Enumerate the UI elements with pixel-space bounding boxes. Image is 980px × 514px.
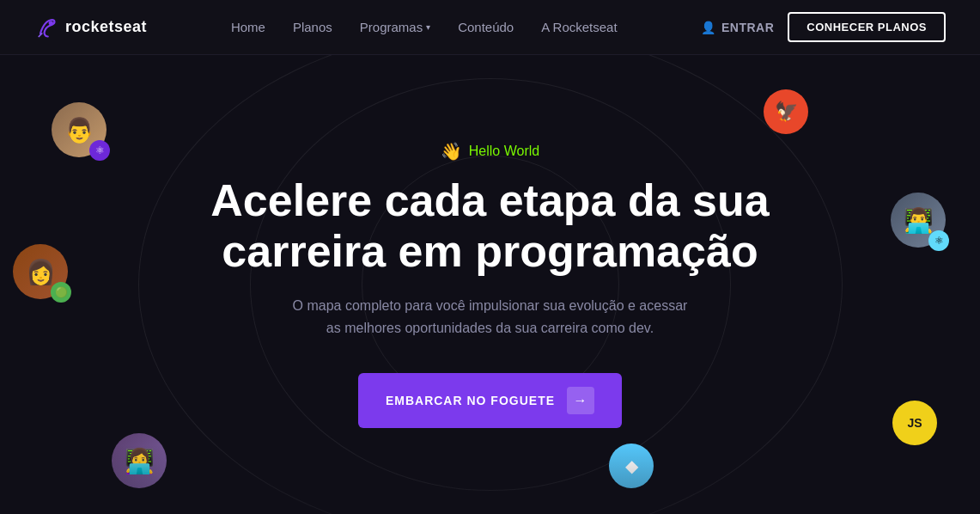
avatar-bottom-left: 👩‍💻 xyxy=(112,433,167,488)
avatar-badge-react2: ⚛ xyxy=(928,230,949,251)
avatar-right-mid: 👨‍💻 ⚛ xyxy=(891,193,946,248)
entrar-button[interactable]: 👤 ENTRAR xyxy=(701,21,774,34)
avatar-badge-react: ⚛ xyxy=(89,140,110,161)
hello-line: 👋 Hello World xyxy=(210,141,769,162)
logo-text: rocketseat xyxy=(65,18,147,36)
hero-section: 👨 ⚛ 👨‍💻 ⚛ 👩 🟢 👩‍💻 🦅 JS ◆ 👋 xyxy=(0,55,980,514)
hero-subtitle: O mapa completo para você impulsionar su… xyxy=(292,295,687,339)
nav-item-home[interactable]: Home xyxy=(231,20,265,35)
wave-emoji: 👋 xyxy=(441,141,462,162)
hello-text: Hello World xyxy=(469,144,539,159)
avatar-face-4: 👩‍💻 xyxy=(112,433,167,488)
nav-item-programas[interactable]: Programas ▾ xyxy=(360,20,430,34)
nav-item-a-rocketseat[interactable]: A Rocketseat xyxy=(541,20,617,35)
logo[interactable]: rocketseat xyxy=(34,15,147,40)
cta-label: EMBARCAR NO FOGUETE xyxy=(386,394,555,407)
flutter-icon: ◆ xyxy=(609,444,654,488)
hero-title: Acelere cada etapa da sua carreira em pr… xyxy=(210,175,769,278)
arrow-icon: → xyxy=(567,387,594,414)
nav-links: Home Planos Programas ▾ Conteúdo A Rocke… xyxy=(231,20,618,35)
avatar-top-left: 👨 ⚛ xyxy=(52,102,107,157)
swift-icon: 🦅 xyxy=(764,89,808,134)
logo-icon xyxy=(34,15,58,40)
nav-item-planos[interactable]: Planos xyxy=(293,20,332,35)
avatar-left-mid: 👩 🟢 xyxy=(13,244,68,299)
hero-content: 👋 Hello World Acelere cada etapa da sua … xyxy=(210,141,769,429)
avatar-badge-node: 🟢 xyxy=(51,282,71,303)
nav-item-conteudo[interactable]: Conteúdo xyxy=(458,20,514,35)
user-icon: 👤 xyxy=(701,21,716,34)
nav-right: 👤 ENTRAR CONHECER PLANOS xyxy=(701,12,946,42)
conhecer-planos-button[interactable]: CONHECER PLANOS xyxy=(788,12,946,42)
svg-point-0 xyxy=(49,21,53,25)
cta-button[interactable]: EMBARCAR NO FOGUETE → xyxy=(358,373,622,428)
navbar: rocketseat Home Planos Programas ▾ Conte… xyxy=(0,0,980,55)
chevron-down-icon: ▾ xyxy=(426,22,430,32)
js-icon: JS xyxy=(892,401,937,445)
